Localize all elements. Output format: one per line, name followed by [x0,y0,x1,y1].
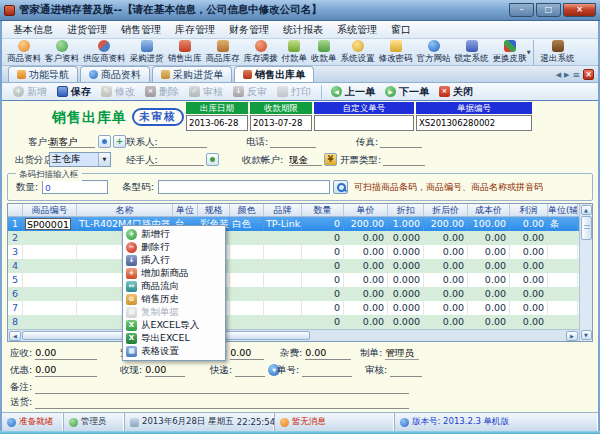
cell-cost-price[interactable]: 0.00 [468,259,510,273]
discount-field[interactable]: 0.00 [35,363,97,377]
account-field[interactable]: 现金 [289,153,322,166]
column-header[interactable]: 商品编号 [23,204,77,216]
toolbar-button[interactable]: 商品资料 [5,40,43,65]
cell-unit-price[interactable]: 0.00 [344,259,388,273]
cell-brand[interactable] [264,273,302,287]
cell-brand[interactable] [264,259,302,273]
branch-select[interactable]: 主仓库 [49,152,111,167]
context-menu-item[interactable]: 复制单据 [123,306,225,319]
cell-discount[interactable]: 0.000 [388,315,424,329]
cell-discount[interactable]: 1.000 [388,217,424,231]
cell-color[interactable] [230,231,264,245]
cell-color[interactable] [230,287,264,301]
auditor-field[interactable] [390,363,422,377]
table-row[interactable]: 5 0 0.00 0.000 0.00 [8,273,579,287]
record-toolbar-button[interactable]: 新增 [8,85,52,99]
cell-product-code[interactable] [23,259,77,273]
fax-field[interactable] [380,135,422,148]
table-row[interactable]: 7 0 0.00 0.000 0.00 [8,301,579,315]
cell-unit-price[interactable]: 200.00 [344,217,388,231]
column-header[interactable]: 规格 [198,204,230,216]
context-menu-item[interactable]: 插入行 [123,254,225,267]
menu-item[interactable]: 基本信息 [6,23,60,37]
customer-add-icon[interactable] [113,135,126,148]
toolbar-button[interactable]: 库存调拨 [242,40,280,65]
context-menu-item[interactable]: 从EXCEL导入 [123,319,225,332]
doc-header-field-value[interactable]: 2013-07-28 [250,115,312,131]
cash-received-field[interactable]: 0.00 [145,363,185,377]
handler-pick-icon[interactable] [206,153,219,166]
record-toolbar-button[interactable]: 上一单 [321,85,380,99]
scroll-right-icon[interactable] [566,331,578,341]
cell-discount[interactable]: 0.000 [388,231,424,245]
toolbar-button[interactable]: 供应商资料 [81,40,128,65]
chevron-down-icon[interactable] [98,153,110,166]
cell-product-code[interactable] [23,273,77,287]
cell-discount[interactable]: 0.000 [388,273,424,287]
context-menu-item[interactable]: 增加新商品 [123,267,225,280]
cell-product-code[interactable] [23,315,77,329]
cell-aux-unit[interactable] [548,287,578,301]
cell-cost-price[interactable]: 0.00 [468,287,510,301]
cell-profit[interactable]: 0.00 [510,273,548,287]
product-code-editor[interactable]: SP00001 [25,218,71,230]
cell-unit-price[interactable]: 0.00 [344,231,388,245]
table-row[interactable]: 3 0 0.00 0.000 0.00 [8,245,579,259]
cell-aux-unit[interactable] [548,273,578,287]
scroll-up-icon[interactable] [581,205,592,215]
toolbar-button[interactable]: 采购进货 [128,40,166,65]
message-status[interactable]: 暂无消息 [292,416,326,428]
cell-color[interactable] [230,245,264,259]
customer-pick-icon[interactable] [98,135,111,148]
cell-profit[interactable]: 0.00 [510,287,548,301]
handler-field[interactable] [149,153,204,166]
vertical-scrollbar-thumb[interactable] [581,216,592,240]
cell-product-code[interactable] [23,301,77,315]
cell-aux-unit[interactable]: 条 [548,217,578,231]
context-menu-item[interactable]: 导出EXCEL [123,332,225,345]
record-toolbar-button[interactable]: 删除 [140,85,184,99]
cell-aux-unit[interactable] [548,245,578,259]
customer-field[interactable]: 新客户 [49,135,95,148]
cell-discount[interactable]: 0.000 [388,301,424,315]
cell-discounted-price[interactable]: 0.00 [424,301,468,315]
record-toolbar-button[interactable]: 打印 [272,85,316,99]
delivery-field[interactable] [35,395,409,409]
cell-cost-price[interactable]: 0.00 [468,301,510,315]
cell-discounted-price[interactable]: 0.00 [424,273,468,287]
cell-color[interactable] [230,273,264,287]
document-tab[interactable]: 商品资料 [80,66,150,82]
cell-aux-unit[interactable] [548,315,578,329]
column-header[interactable]: 利润 [510,204,548,216]
column-header[interactable]: 单位(辅) [548,204,578,216]
record-toolbar-button[interactable]: 保存 [52,85,96,99]
account-pick-icon[interactable] [324,153,337,166]
cell-color[interactable] [230,315,264,329]
scroll-down-icon[interactable] [581,330,592,340]
cell-cost-price[interactable]: 0.00 [468,245,510,259]
cell-quantity[interactable]: 0 [302,259,344,273]
cell-discount[interactable]: 0.000 [388,259,424,273]
cell-quantity[interactable]: 0 [302,287,344,301]
cell-cost-price[interactable]: 0.00 [468,273,510,287]
invoice-type-field[interactable] [383,153,425,166]
toolbar-button[interactable]: 商品库存 [204,40,242,65]
toolbar-button[interactable]: 付款单 [280,40,310,65]
cell-aux-unit[interactable] [548,301,578,315]
cell-cost-price[interactable]: 0.00 [468,231,510,245]
menu-item[interactable]: 财务管理 [222,23,276,37]
toolbar-button[interactable]: 锁定系统 [453,40,491,65]
toolbar-button[interactable]: 退出系统 [533,40,577,65]
column-header[interactable]: 单位 [173,204,198,216]
cell-profit[interactable]: 0.00 [510,259,548,273]
context-menu-item[interactable]: 新增行 [123,228,225,241]
record-toolbar-button[interactable]: 下一单 [380,85,434,99]
record-toolbar-button[interactable]: 审核 [184,85,228,99]
maximize-button[interactable] [536,3,561,17]
cell-quantity[interactable]: 0 [302,217,344,231]
toolbar-button[interactable]: 客户资料 [43,40,81,65]
cell-discounted-price[interactable]: 200.00 [424,217,468,231]
table-row[interactable]: 8 0 0.00 0.000 0.00 [8,315,579,329]
column-header[interactable]: 品牌 [264,204,302,216]
table-row[interactable]: 6 0 0.00 0.000 0.00 [8,287,579,301]
